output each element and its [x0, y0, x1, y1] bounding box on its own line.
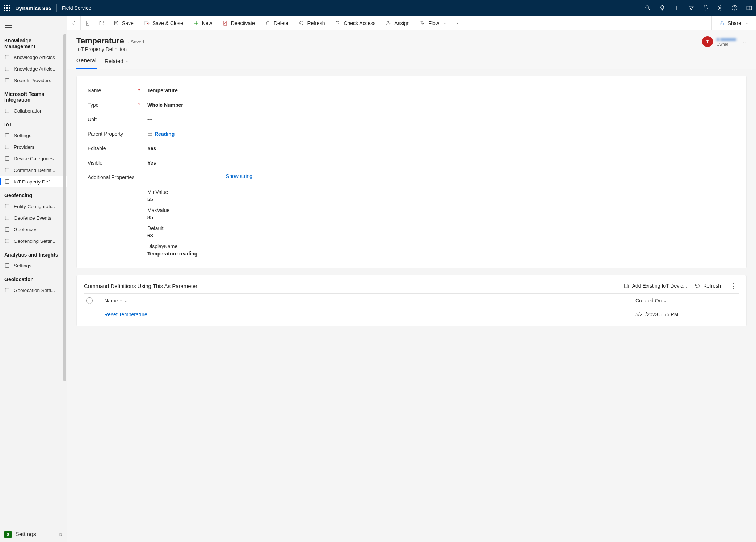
save-close-icon: [144, 20, 150, 26]
search-icon[interactable]: [644, 5, 651, 11]
parent-value: Reading: [155, 131, 175, 137]
svg-rect-20: [5, 228, 9, 232]
flow-button[interactable]: Flow ⌄: [415, 20, 452, 26]
column-created[interactable]: Created On ⌄: [635, 298, 737, 304]
save-button[interactable]: Save: [108, 20, 139, 26]
chevron-down-icon[interactable]: ⌄: [743, 39, 747, 45]
column-name-label: Name: [104, 298, 118, 304]
sidebar-item[interactable]: Providers: [0, 141, 67, 153]
type-value[interactable]: Whole Number: [144, 101, 183, 108]
property-value: 85: [147, 215, 735, 220]
row-name-link[interactable]: Reset Temperature: [104, 312, 635, 317]
column-name[interactable]: Name ↑ ⌄: [104, 298, 635, 304]
svg-rect-23: [5, 288, 9, 292]
additional-property: Default63: [147, 225, 735, 238]
lookup-icon: [147, 131, 152, 136]
lightbulb-icon[interactable]: [659, 5, 665, 11]
tab-general-label: General: [76, 57, 97, 63]
deactivate-button[interactable]: Deactivate: [217, 20, 260, 26]
back-button[interactable]: [67, 16, 81, 30]
assign-icon: [386, 20, 391, 26]
sidebar-item[interactable]: Knowledge Articles: [0, 51, 67, 63]
sidebar-item-label: Search Providers: [14, 78, 51, 83]
column-created-label: Created On: [635, 298, 662, 304]
sidebar-item[interactable]: Device Categories: [0, 153, 67, 164]
sidebar-item[interactable]: Knowledge Article...: [0, 63, 67, 75]
sidebar-item[interactable]: Collaboration: [0, 105, 67, 117]
nav-section-title: Microsoft Teams Integration: [0, 86, 67, 105]
owner-role: Owner: [717, 42, 736, 46]
sidebar-item[interactable]: Settings: [0, 130, 67, 141]
chevron-down-icon: ⌄: [746, 21, 749, 25]
add-existing-button[interactable]: Add Existing IoT Devic...: [623, 283, 687, 289]
svg-rect-17: [5, 180, 9, 184]
panel-icon[interactable]: [746, 5, 752, 11]
command-bar: Save Save & Close New Deactivate Delete: [67, 16, 756, 30]
plus-icon[interactable]: [673, 5, 680, 11]
table-row[interactable]: Reset Temperature5/21/2023 5:56 PM: [84, 308, 739, 321]
filter-icon[interactable]: [688, 5, 694, 11]
select-all-checkbox[interactable]: [86, 297, 93, 304]
record-header: Temperature - Saved IoT Property Definit…: [67, 30, 756, 52]
bell-icon[interactable]: [702, 5, 709, 11]
subgrid-overflow-button[interactable]: ⋮: [728, 282, 739, 290]
svg-line-30: [224, 22, 226, 24]
svg-point-31: [336, 21, 339, 24]
parent-lookup[interactable]: Reading: [144, 130, 175, 137]
nav-section-title: IoT: [0, 117, 67, 130]
add-existing-icon: [623, 283, 629, 289]
chevron-down-icon: ⌄: [126, 59, 129, 63]
sidebar-item[interactable]: Entity Configurati...: [0, 200, 67, 212]
share-icon: [719, 20, 725, 26]
sidebar-item-label: Geolocation Setti...: [14, 288, 55, 293]
editable-value[interactable]: Yes: [144, 144, 156, 151]
sidebar-item[interactable]: Geofence Events: [0, 212, 67, 224]
share-button[interactable]: Share ⌄: [714, 20, 754, 26]
svg-line-1: [648, 9, 650, 10]
sidebar-item[interactable]: Geofencing Settin...: [0, 235, 67, 247]
new-button[interactable]: New: [188, 20, 217, 26]
required-marker: *: [138, 88, 140, 93]
nav-section-title: Geolocation: [0, 271, 67, 284]
gear-icon[interactable]: [717, 5, 723, 11]
visible-label: Visible: [88, 160, 102, 166]
sidebar-item[interactable]: Settings: [0, 260, 67, 271]
svg-rect-19: [5, 216, 9, 220]
check-access-button[interactable]: Check Access: [330, 20, 381, 26]
app-launcher-icon[interactable]: [4, 5, 10, 11]
sidebar-item[interactable]: IoT Property Defi...: [0, 176, 67, 187]
unit-value[interactable]: ---: [144, 115, 152, 122]
deactivate-icon: [222, 20, 228, 26]
overflow-button[interactable]: ⋮: [452, 20, 463, 26]
sidebar-item[interactable]: Geofences: [0, 224, 67, 235]
sidebar-item[interactable]: Geolocation Setti...: [0, 284, 67, 296]
name-value[interactable]: Temperature: [144, 86, 178, 93]
chevron-down-icon: ⌄: [124, 299, 127, 303]
tab-related[interactable]: Related ⌄: [105, 57, 129, 69]
help-icon[interactable]: [731, 5, 738, 11]
visible-value[interactable]: Yes: [144, 158, 156, 166]
save-close-button[interactable]: Save & Close: [139, 20, 188, 26]
delete-button[interactable]: Delete: [260, 20, 293, 26]
tab-general[interactable]: General: [76, 57, 97, 69]
svg-rect-37: [624, 284, 627, 288]
owner-block[interactable]: T ■ ■■■■■■ Owner ⌄: [702, 36, 747, 47]
sidebar-item[interactable]: Command Definiti...: [0, 164, 67, 176]
hamburger-icon[interactable]: [0, 19, 67, 33]
svg-line-32: [339, 24, 340, 25]
flow-label: Flow: [428, 20, 439, 26]
sidebar-item[interactable]: Search Providers: [0, 75, 67, 86]
svg-rect-11: [5, 79, 9, 82]
subgrid-refresh-button[interactable]: Refresh: [694, 283, 721, 289]
sidebar-item-label: Geofences: [14, 227, 37, 232]
assign-button[interactable]: Assign: [381, 20, 415, 26]
show-string-link[interactable]: Show string: [226, 173, 252, 179]
popout-button[interactable]: [94, 16, 108, 30]
share-label: Share: [728, 20, 741, 26]
row-created-value: 5/21/2023 5:56 PM: [635, 312, 737, 317]
sidebar-scrollbar[interactable]: [63, 34, 67, 517]
form-selector-button[interactable]: [81, 16, 94, 30]
subgrid-refresh-label: Refresh: [703, 283, 721, 289]
area-switcher[interactable]: S Settings ⇅: [0, 526, 67, 542]
refresh-button[interactable]: Refresh: [293, 20, 330, 26]
